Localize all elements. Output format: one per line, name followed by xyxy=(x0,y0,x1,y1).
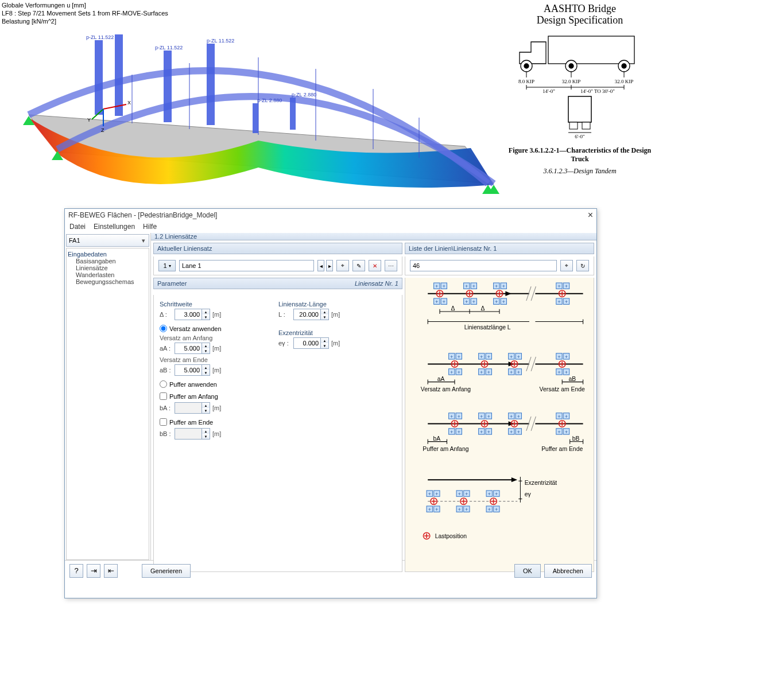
buf-end-check[interactable] xyxy=(160,418,167,426)
svg-text:Puffer am Ende: Puffer am Ende xyxy=(541,446,583,452)
svg-rect-16 xyxy=(290,98,296,130)
section-current-lineset: Aktueller Liniensatz xyxy=(153,243,402,254)
svg-text:32.0 KIP: 32.0 KIP xyxy=(615,79,634,84)
prev-btn[interactable]: ◂ xyxy=(317,260,324,271)
help-icon[interactable]: ? xyxy=(69,564,83,578)
svg-marker-109 xyxy=(512,477,517,482)
svg-text:aA: aA xyxy=(437,376,445,382)
svg-text:aB: aB xyxy=(569,376,576,382)
svg-text:eγ: eγ xyxy=(525,491,532,497)
svg-rect-51 xyxy=(582,122,590,129)
svg-rect-13 xyxy=(164,50,172,122)
svg-rect-15 xyxy=(253,103,258,133)
svg-text:Puffer am Anfang: Puffer am Anfang xyxy=(423,446,468,452)
svg-line-97 xyxy=(531,417,536,431)
bridge-visualization: p-ZL 11.522 p-ZL 11.522 p-ZL 11.522 p-ZL… xyxy=(17,34,499,201)
svg-rect-50 xyxy=(569,122,578,129)
delta-input[interactable]: ▲▼ xyxy=(175,309,210,320)
viz-info: Globale Verformungen u [mm] LF8 : Step 7… xyxy=(2,1,168,25)
reverse-btn[interactable]: ↻ xyxy=(576,260,589,271)
generate-button[interactable]: Generieren xyxy=(142,564,191,578)
bB-input: ▲▼ xyxy=(175,428,210,440)
svg-text:8.0 KIP: 8.0 KIP xyxy=(518,79,534,84)
svg-text:Y: Y xyxy=(87,117,91,123)
svg-text:Z: Z xyxy=(101,127,104,133)
nav-tree[interactable]: Eingabedaten Basisangaben Liniensätze Wa… xyxy=(66,248,149,560)
svg-text:Lastposition: Lastposition xyxy=(435,533,467,539)
aA-input[interactable]: ▲▼ xyxy=(175,343,210,354)
svg-text:p-ZL 11.522: p-ZL 11.522 xyxy=(86,34,114,40)
lines-list-input[interactable]: 46 xyxy=(410,260,557,271)
svg-text:14'-0": 14'-0" xyxy=(542,88,555,94)
svg-text:p-ZL 11.522: p-ZL 11.522 xyxy=(207,38,234,44)
svg-text:Exzentrizität: Exzentrizität xyxy=(525,480,557,486)
lineset-diagram: ++ xyxy=(405,278,594,572)
ey-input[interactable]: ▲▼ xyxy=(293,337,329,349)
pick-lines-btn[interactable]: ⌖ xyxy=(560,260,573,271)
section-line-list: Liste der Linien\Liniensatz Nr. 1 xyxy=(405,243,594,254)
design-truck-diagram: 8.0 KIP 32.0 KIP 32.0 KIP 14'-0"14'-0" T… xyxy=(514,30,646,94)
svg-text:p-ZL 11.522: p-ZL 11.522 xyxy=(155,45,183,50)
svg-text:Versatz am Anfang: Versatz am Anfang xyxy=(421,386,471,392)
svg-text:p-ZL 2.880: p-ZL 2.880 xyxy=(257,98,282,103)
design-truck-rear: 6'-0" xyxy=(563,94,597,139)
ok-button[interactable]: OK xyxy=(514,564,541,578)
svg-text:32.0 KIP: 32.0 KIP xyxy=(562,79,581,84)
svg-line-65 xyxy=(531,286,536,301)
panel-title: 1.2 Liniensätze xyxy=(151,233,596,240)
export-icon[interactable]: ⇤ xyxy=(104,564,118,578)
svg-text:Liniensatzlänge L: Liniensatzlänge L xyxy=(464,324,511,330)
svg-marker-62 xyxy=(505,291,511,296)
cancel-button[interactable]: Abbrechen xyxy=(544,564,592,578)
pick-btn[interactable]: ⌖ xyxy=(336,260,349,271)
svg-point-35 xyxy=(622,64,626,68)
svg-rect-11 xyxy=(95,40,103,115)
svg-text:Versatz am Ende: Versatz am Ende xyxy=(540,386,585,392)
close-icon[interactable]: × xyxy=(588,210,593,220)
rf-beweg-dialog: RF-BEWEG Flächen - [PedestrianBridge_Mod… xyxy=(64,208,597,598)
extra-btn[interactable]: ⋯ xyxy=(385,260,397,271)
buf-start-check[interactable] xyxy=(160,392,167,400)
assign-btn[interactable]: ✎ xyxy=(352,260,365,271)
svg-text:Δ: Δ xyxy=(451,305,455,312)
svg-text:bB: bB xyxy=(572,435,580,442)
L-input[interactable]: ▲▼ xyxy=(293,309,329,320)
import-icon[interactable]: ⇥ xyxy=(87,564,100,578)
section-parameter: ParameterLiniensatz Nr. 1 xyxy=(153,278,402,289)
buffer-radio[interactable] xyxy=(160,380,167,388)
svg-rect-49 xyxy=(568,96,591,122)
lane-index-select[interactable]: 1 xyxy=(158,260,176,271)
menu-file[interactable]: Datei xyxy=(69,223,86,232)
svg-rect-12 xyxy=(115,34,123,116)
svg-rect-14 xyxy=(207,44,215,125)
delete-btn[interactable]: ✕ xyxy=(369,260,381,271)
svg-point-33 xyxy=(569,64,574,68)
bA-input: ▲▼ xyxy=(175,402,210,414)
svg-text:14'-0"  TO  30'-0": 14'-0" TO 30'-0" xyxy=(580,88,615,94)
fa-select[interactable]: FA1 xyxy=(66,234,149,247)
aashto-spec-panel: AASHTO BridgeDesign Specification 8.0 KI… xyxy=(502,3,657,176)
svg-text:bA: bA xyxy=(433,435,440,442)
svg-line-82 xyxy=(531,357,536,371)
lane-name-input[interactable]: Lane 1 xyxy=(179,260,314,271)
aB-input[interactable]: ▲▼ xyxy=(175,364,210,376)
dialog-title: RF-BEWEG Flächen - [PedestrianBridge_Mod… xyxy=(68,211,217,219)
svg-text:6'-0": 6'-0" xyxy=(575,134,585,139)
svg-text:p-ZL 2.880: p-ZL 2.880 xyxy=(292,92,316,98)
menu-help[interactable]: Hilfe xyxy=(143,223,157,232)
svg-text:Δ: Δ xyxy=(480,305,485,312)
menu-settings[interactable]: Einstellungen xyxy=(94,223,135,232)
offset-radio[interactable] xyxy=(160,325,167,332)
svg-point-31 xyxy=(524,64,529,68)
svg-text:X: X xyxy=(127,100,131,106)
svg-rect-29 xyxy=(548,36,634,64)
next-btn[interactable]: ▸ xyxy=(326,260,333,271)
